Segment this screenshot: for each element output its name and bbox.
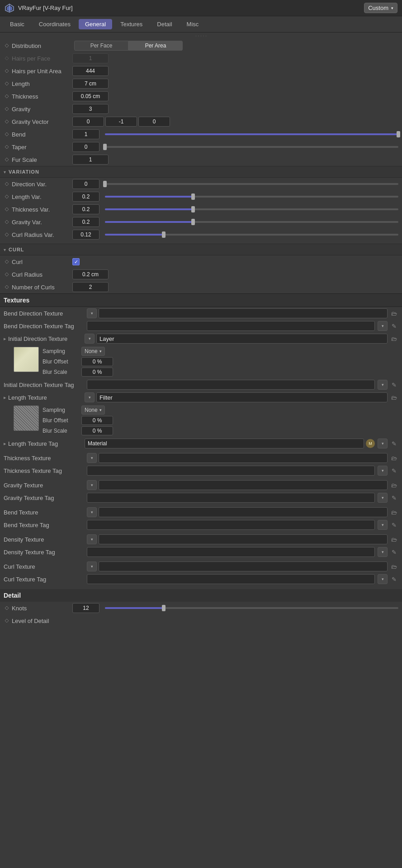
tab-textures[interactable]: Textures xyxy=(114,19,149,29)
density-texture-tag-field[interactable] xyxy=(87,547,375,557)
tab-general[interactable]: General xyxy=(79,19,112,29)
gravity-vector-y[interactable]: -1 xyxy=(105,117,137,127)
preset-dropdown[interactable]: Custom ▾ xyxy=(364,3,397,13)
length-texture-tag-field[interactable]: Material xyxy=(85,439,364,448)
bend-tag-edit-icon[interactable]: ✎ xyxy=(389,520,398,529)
curl-texture-dropdown[interactable]: ▾ xyxy=(87,561,97,571)
bend-texture-dropdown[interactable]: ▾ xyxy=(87,507,97,517)
gravity-vector-row: Gravity Vector 0 -1 0 xyxy=(0,115,402,128)
bend-direction-folder-icon[interactable]: 🗁 xyxy=(389,309,398,318)
thickness-var-value[interactable]: 0.2 xyxy=(72,204,99,214)
bend-direction-tag-edit-icon[interactable]: ✎ xyxy=(389,321,398,330)
thickness-value[interactable]: 0.05 cm xyxy=(72,91,109,101)
number-of-curls-value[interactable]: 2 xyxy=(72,282,109,292)
length-var-slider[interactable] xyxy=(105,196,398,198)
bend-value[interactable]: 1 xyxy=(72,129,99,139)
tab-misc[interactable]: Misc xyxy=(180,19,205,29)
taper-slider[interactable] xyxy=(105,146,398,148)
curl-radius-var-value[interactable]: 0.12 xyxy=(72,230,99,240)
initial-direction-folder-icon[interactable]: 🗁 xyxy=(389,334,398,343)
length-texture-dropdown[interactable]: ▾ xyxy=(85,392,95,402)
length-tag-expand-icon[interactable]: ▸ xyxy=(4,441,6,447)
length-texture-preview xyxy=(14,406,39,431)
initial-direction-tag-edit-icon[interactable]: ✎ xyxy=(389,380,398,389)
bend-direction-tag-dropdown[interactable]: ▾ xyxy=(378,321,388,331)
curl-chevron-icon: ▾ xyxy=(4,247,6,252)
bend-texture-field[interactable] xyxy=(99,507,388,517)
gravity-var-slider[interactable] xyxy=(105,221,398,223)
per-face-button[interactable]: Per Face xyxy=(74,41,128,51)
direction-var-value[interactable]: 0 xyxy=(72,179,99,189)
curl-section-header[interactable]: ▾ CURL xyxy=(0,244,402,255)
per-area-button[interactable]: Per Area xyxy=(128,41,183,51)
initial-direction-tag-field[interactable] xyxy=(87,380,375,390)
bend-texture-folder-icon[interactable]: 🗁 xyxy=(389,508,398,517)
curl-texture-field[interactable] xyxy=(99,561,388,571)
gravity-var-value[interactable]: 0.2 xyxy=(72,217,99,227)
knots-value[interactable]: 12 xyxy=(72,603,99,613)
curl-texture-tag-field[interactable] xyxy=(87,574,375,584)
density-tag-dropdown[interactable]: ▾ xyxy=(378,547,388,557)
initial-direction-tag-dropdown[interactable]: ▾ xyxy=(378,380,388,390)
bend-direction-tag-field[interactable] xyxy=(87,321,375,331)
knots-slider[interactable] xyxy=(105,607,398,609)
bend-tag-dropdown[interactable]: ▾ xyxy=(378,520,388,530)
fur-scale-value[interactable]: 1 xyxy=(72,155,109,165)
gravity-value[interactable]: 3 xyxy=(72,104,109,114)
thickness-tag-edit-icon[interactable]: ✎ xyxy=(389,466,398,475)
initial-direction-texture-dropdown[interactable]: ▾ xyxy=(85,334,95,344)
bend-direction-texture-field[interactable] xyxy=(99,308,388,318)
direction-var-slider[interactable] xyxy=(105,183,398,185)
length-var-value[interactable]: 0.2 xyxy=(72,192,99,202)
curl-tag-edit-icon[interactable]: ✎ xyxy=(389,575,398,584)
thickness-tag-dropdown[interactable]: ▾ xyxy=(378,466,388,476)
length-blur-scale-value[interactable]: 0 % xyxy=(81,426,113,435)
bend-direction-texture-dropdown[interactable]: ▾ xyxy=(87,308,97,318)
tab-coordinates[interactable]: Coordinates xyxy=(33,19,77,29)
length-sampling-dropdown[interactable]: None ▾ xyxy=(81,406,105,415)
length-tag-dropdown[interactable]: ▾ xyxy=(378,439,388,448)
tab-basic[interactable]: Basic xyxy=(4,19,31,29)
length-blur-offset-value[interactable]: 0 % xyxy=(81,416,113,425)
density-tag-edit-icon[interactable]: ✎ xyxy=(389,547,398,557)
hairs-per-unit-value[interactable]: 444 xyxy=(72,66,109,76)
thickness-texture-tag-field[interactable] xyxy=(87,466,375,476)
hairs-per-face-value[interactable]: 1 xyxy=(72,53,109,63)
curl-checkbox[interactable]: ✓ xyxy=(72,258,80,265)
gravity-texture-folder-icon[interactable]: 🗁 xyxy=(389,481,398,490)
gravity-tag-edit-icon[interactable]: ✎ xyxy=(389,493,398,502)
density-texture-folder-icon[interactable]: 🗁 xyxy=(389,535,398,544)
taper-value[interactable]: 0 xyxy=(72,142,99,152)
length-texture-field[interactable]: Filter xyxy=(96,392,388,402)
initial-blur-offset-value[interactable]: 0 % xyxy=(81,357,113,366)
initial-direction-texture-field[interactable]: Layer xyxy=(96,334,388,344)
initial-sampling-dropdown[interactable]: None ▾ xyxy=(81,347,105,356)
bend-texture-tag-field[interactable] xyxy=(87,520,375,530)
density-texture-dropdown[interactable]: ▾ xyxy=(87,534,97,544)
curl-tag-dropdown[interactable]: ▾ xyxy=(378,574,388,584)
thickness-texture-folder-icon[interactable]: 🗁 xyxy=(389,453,398,462)
gravity-texture-dropdown[interactable]: ▾ xyxy=(87,480,97,490)
tab-detail[interactable]: Detail xyxy=(151,19,178,29)
length-texture-expand-icon[interactable]: ▸ xyxy=(4,395,6,401)
density-texture-field[interactable] xyxy=(99,534,388,544)
length-texture-folder-icon[interactable]: 🗁 xyxy=(389,393,398,402)
bend-slider[interactable] xyxy=(105,133,398,135)
gravity-vector-z[interactable]: 0 xyxy=(138,117,170,127)
initial-direction-expand-icon[interactable]: ▸ xyxy=(4,336,6,342)
curl-radius-var-slider[interactable] xyxy=(105,234,398,236)
length-tag-edit-icon[interactable]: ✎ xyxy=(389,439,398,448)
gravity-vector-x[interactable]: 0 xyxy=(72,117,104,127)
initial-blur-scale-value[interactable]: 0 % xyxy=(81,368,113,377)
thickness-var-slider[interactable] xyxy=(105,208,398,210)
gravity-tag-dropdown[interactable]: ▾ xyxy=(378,493,388,503)
curl-texture-folder-icon[interactable]: 🗁 xyxy=(389,562,398,571)
thickness-texture-dropdown[interactable]: ▾ xyxy=(87,453,97,463)
gravity-texture-tag-field[interactable] xyxy=(87,493,375,503)
curl-radius-value[interactable]: 0.2 cm xyxy=(72,269,109,279)
gravity-texture-field[interactable] xyxy=(99,480,388,490)
length-value[interactable]: 7 cm xyxy=(72,79,109,89)
svg-marker-10 xyxy=(5,132,9,136)
variation-section-header[interactable]: ▾ VARIATION xyxy=(0,166,402,178)
thickness-texture-field[interactable] xyxy=(99,453,388,463)
